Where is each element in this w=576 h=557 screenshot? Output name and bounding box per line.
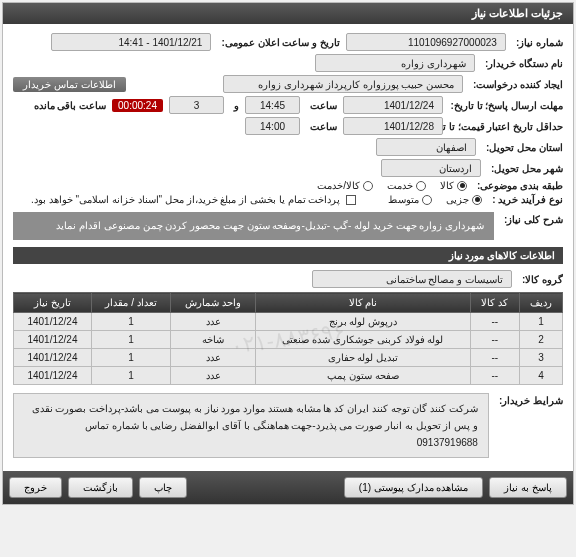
table-cell: درپوش لوله برنج <box>256 313 471 331</box>
col-header: تاریخ نیاز <box>14 293 92 313</box>
treasury-checkbox[interactable] <box>346 195 356 205</box>
radio-khadamat[interactable] <box>416 181 426 191</box>
reply-time: 14:45 <box>245 96 300 114</box>
remaining-label: ساعت باقی مانده <box>34 100 107 111</box>
group-label: گروه کالا: <box>522 274 563 285</box>
countdown-timer: 00:00:24 <box>112 99 163 112</box>
radio-kala[interactable] <box>457 181 467 191</box>
col-header: نام کالا <box>256 293 471 313</box>
items-table: ردیفکد کالانام کالاواحد شمارشتعداد / مقد… <box>13 292 563 385</box>
col-header: ردیف <box>519 293 562 313</box>
org-value: شهرداری زواره <box>315 54 475 72</box>
exit-button[interactable]: خروج <box>9 477 62 498</box>
reply-date: 1401/12/24 <box>343 96 443 114</box>
pub-dt-value: 1401/12/21 - 14:41 <box>51 33 211 51</box>
requester-label: ایجاد کننده درخواست: <box>473 79 563 90</box>
need-no-value: 1101096927000023 <box>346 33 506 51</box>
table-cell: 1 <box>519 313 562 331</box>
col-header: واحد شمارش <box>171 293 256 313</box>
loc-label: استان محل تحویل: <box>486 142 563 153</box>
attachments-button[interactable]: مشاهده مدارک پیوستی (1) <box>344 477 484 498</box>
table-cell: 1 <box>91 367 170 385</box>
table-cell: عدد <box>171 367 256 385</box>
requester-value: محسن حبیب پورزواره کارپرداز شهرداری زوار… <box>223 75 463 93</box>
desc-label: شرح کلی نیاز: <box>504 208 563 244</box>
table-cell: 1 <box>91 349 170 367</box>
table-cell: 1 <box>91 331 170 349</box>
table-cell: 1 <box>91 313 170 331</box>
reply-deadline-label: مهلت ارسال پاسخ؛ تا تاریخ: <box>453 100 563 111</box>
treasury-label: پرداخت تمام یا بخشی از مبلغ خرید،از محل … <box>31 194 340 205</box>
radio-proc-a-label: جزیی <box>446 194 469 205</box>
table-cell: 1401/12/24 <box>14 313 92 331</box>
class-label: طبقه بندی موضوعی: <box>477 180 563 191</box>
panel-header: جزئیات اطلاعات نیاز <box>3 3 573 24</box>
need-no-label: شماره نیاز: <box>516 37 563 48</box>
col-header: کد کالا <box>470 293 519 313</box>
table-cell: 4 <box>519 367 562 385</box>
radio-kala-label: کالا <box>440 180 454 191</box>
table-cell: 3 <box>519 349 562 367</box>
city-label: شهر محل تحویل: <box>491 163 563 174</box>
table-cell: لوله فولاد کربنی جوشکاری شده صنعتی <box>256 331 471 349</box>
table-row[interactable]: 2--لوله فولاد کربنی جوشکاری شده صنعتیشاخ… <box>14 331 563 349</box>
pub-dt-label: تاریخ و ساعت اعلان عمومی: <box>221 37 339 48</box>
table-wrapper: ردیفکد کالانام کالاواحد شمارشتعداد / مقد… <box>13 292 563 385</box>
table-cell: 2 <box>519 331 562 349</box>
proc-label: نوع فرآیند خرید : <box>492 194 563 205</box>
buyer-contact-button[interactable]: اطلاعات تماس خریدار <box>13 77 126 92</box>
saat-label-2: ساعت <box>310 121 337 132</box>
price-date: 1401/12/28 <box>343 117 443 135</box>
back-button[interactable]: بازگشت <box>68 477 133 498</box>
table-row[interactable]: 1--درپوش لوله برنجعدد11401/12/24 <box>14 313 563 331</box>
table-cell: -- <box>470 367 519 385</box>
table-cell: -- <box>470 349 519 367</box>
radio-khadamat-label: خدمت <box>387 180 413 191</box>
table-cell: 1401/12/24 <box>14 349 92 367</box>
va-label: و <box>234 100 239 111</box>
table-cell: 1401/12/24 <box>14 367 92 385</box>
table-cell: عدد <box>171 349 256 367</box>
days-value: 3 <box>169 96 224 114</box>
price-deadline-label: حداقل تاریخ اعتبار قیمت؛ تا تاریخ: <box>453 121 563 132</box>
col-header: تعداد / مقدار <box>91 293 170 313</box>
table-cell: عدد <box>171 313 256 331</box>
radio-proc-b[interactable] <box>422 195 432 205</box>
radio-proc-a[interactable] <box>472 195 482 205</box>
items-subheader: اطلاعات کالاهای مورد نیاز <box>13 247 563 264</box>
table-row[interactable]: 3--تبدیل لوله حفاریعدد11401/12/24 <box>14 349 563 367</box>
table-cell: -- <box>470 331 519 349</box>
table-cell: صفحه ستون پمپ <box>256 367 471 385</box>
radio-proc-b-label: متوسط <box>388 194 419 205</box>
print-button[interactable]: چاپ <box>139 477 187 498</box>
org-label: نام دستگاه خریدار: <box>485 58 563 69</box>
loc-value: اصفهان <box>376 138 476 156</box>
table-cell: 1401/12/24 <box>14 331 92 349</box>
respond-button[interactable]: پاسخ به نیاز <box>489 477 567 498</box>
price-time: 14:00 <box>245 117 300 135</box>
class-radio-group: کالا خدمت کالا/خدمت <box>317 180 467 191</box>
footer-bar: پاسخ به نیاز مشاهده مدارک پیوستی (1) چاپ… <box>3 471 573 504</box>
city-value: اردستان <box>381 159 481 177</box>
radio-both-label: کالا/خدمت <box>317 180 360 191</box>
radio-both[interactable] <box>363 181 373 191</box>
desc-value: شهرداری زواره جهت خرید لوله -گپ -تبدیل-و… <box>13 212 494 240</box>
table-row[interactable]: 4--صفحه ستون پمپعدد11401/12/24 <box>14 367 563 385</box>
group-value: تاسیسات و مصالح ساختمانی <box>312 270 512 288</box>
table-cell: -- <box>470 313 519 331</box>
buyer-note-label: شرایط خریدار: <box>499 389 563 462</box>
buyer-note-value: شرکت کنند گان توجه کنند ایران کد ها مشاب… <box>13 393 489 458</box>
saat-label-1: ساعت <box>310 100 337 111</box>
table-cell: شاخه <box>171 331 256 349</box>
proc-radio-group: جزیی متوسط <box>388 194 482 205</box>
table-cell: تبدیل لوله حفاری <box>256 349 471 367</box>
